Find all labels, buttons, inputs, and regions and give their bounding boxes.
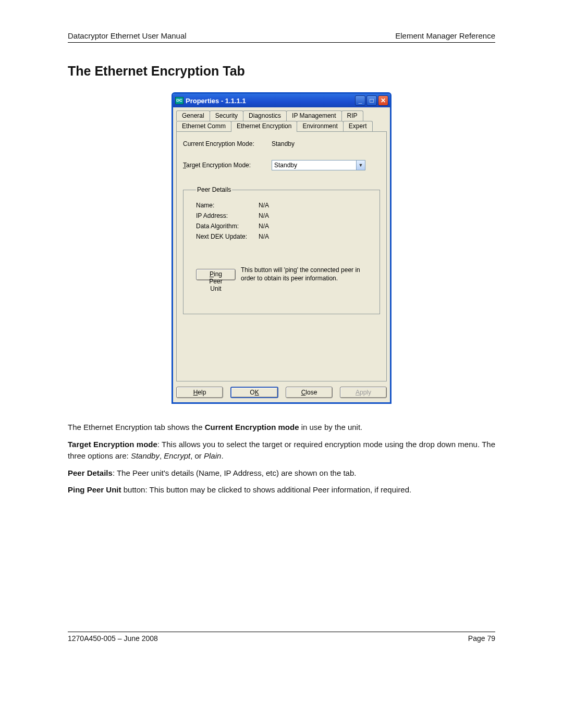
help-button[interactable]: Help [176, 387, 223, 398]
apply-button: Apply [340, 387, 387, 398]
paragraph-1: The Ethernet Encryption tab shows the Cu… [68, 422, 495, 434]
peer-algo-value: N/A [259, 223, 269, 230]
header-right: Element Manager Reference [395, 31, 495, 40]
header-left: Datacryptor Ethernet User Manual [68, 31, 187, 40]
chevron-down-icon: ▼ [356, 161, 365, 170]
app-icon: DC [175, 97, 183, 104]
page-header: Datacryptor Ethernet User Manual Element… [68, 31, 495, 43]
ok-button[interactable]: OK [230, 387, 278, 398]
section-title: The Ethernet Encryption Tab [68, 64, 495, 79]
tab-general[interactable]: General [176, 110, 210, 121]
ping-help-text: This button will 'ping' the connected pe… [241, 266, 372, 282]
titlebar[interactable]: DC Properties - 1.1.1.1 _ □ ✕ [173, 94, 390, 107]
target-mode-dropdown[interactable]: Standby ▼ [272, 160, 365, 170]
maximize-button[interactable]: □ [366, 95, 377, 106]
tab-panel: Current Encryption Mode: Standby Target … [176, 131, 387, 381]
paragraph-3: Peer Details: The Peer unit's details (N… [68, 467, 495, 479]
paragraph-4: Ping Peer Unit button: This button may b… [68, 484, 495, 496]
tab-ip-management[interactable]: IP Management [286, 110, 342, 121]
current-mode-value: Standby [272, 140, 295, 147]
window-title: Properties - 1.1.1.1 [186, 97, 354, 105]
paragraph-2: Target Encryption mode: This allows you … [68, 439, 495, 462]
peer-dek-label: Next DEK Update: [196, 233, 259, 240]
tab-security[interactable]: Security [210, 110, 243, 121]
maximize-icon: □ [370, 97, 373, 104]
page-footer: 1270A450-005 – June 2008 Page 79 [68, 632, 495, 643]
close-icon: ✕ [381, 97, 386, 104]
close-window-button[interactable]: ✕ [378, 95, 388, 106]
peer-ip-label: IP Address: [196, 212, 259, 219]
tab-diagnostics[interactable]: Diagnostics [243, 110, 287, 121]
tab-ethernet-comm[interactable]: Ethernet Comm [176, 121, 231, 131]
tab-rip[interactable]: RIP [341, 110, 363, 121]
peer-algo-label: Data Algorithm: [196, 223, 259, 230]
close-button[interactable]: Close [286, 387, 333, 398]
target-mode-label: Target Encryption Mode: [183, 162, 272, 169]
footer-right: Page 79 [468, 634, 495, 643]
peer-details-group: Peer Details Name:N/A IP Address:N/A Dat… [183, 186, 380, 314]
ping-peer-button[interactable]: Ping Peer Unit [196, 269, 236, 280]
peer-dek-value: N/A [259, 233, 269, 240]
tab-ethernet-encryption[interactable]: Ethernet Encryption [231, 121, 297, 132]
tab-expert[interactable]: Expert [343, 121, 373, 131]
peer-details-legend: Peer Details [196, 186, 232, 193]
footer-left: 1270A450-005 – June 2008 [68, 634, 158, 643]
properties-window: DC Properties - 1.1.1.1 _ □ ✕ General Se… [172, 92, 391, 404]
tab-environment[interactable]: Environment [297, 121, 343, 131]
minimize-icon: _ [359, 97, 362, 104]
peer-name-label: Name: [196, 202, 259, 209]
current-mode-label: Current Encryption Mode: [183, 140, 272, 147]
peer-name-value: N/A [259, 202, 269, 209]
minimize-button[interactable]: _ [355, 95, 365, 106]
target-mode-value: Standby [272, 162, 356, 169]
peer-ip-value: N/A [259, 212, 269, 219]
